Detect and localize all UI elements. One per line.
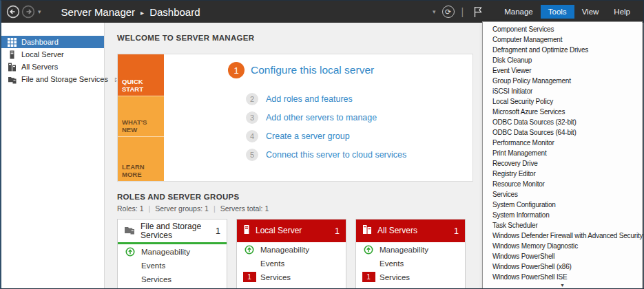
tile-count: 1 (454, 226, 459, 236)
alert-count-badge: 1 (243, 272, 256, 282)
tools-menu-item[interactable]: Services (483, 189, 642, 200)
tile-row-services[interactable]: 1 Services (237, 270, 346, 283)
tile-row-services[interactable]: Services (118, 272, 227, 286)
step-number-badge: 5 (246, 149, 258, 161)
tools-menu-item[interactable]: iSCSI Initiator (483, 86, 642, 96)
alert-count-badge: 1 (362, 272, 375, 282)
sidebar-item-all-servers[interactable]: All Servers (1, 61, 104, 73)
refresh-button[interactable]: ⟳ (442, 6, 455, 18)
tile-row-events[interactable]: Events (237, 257, 346, 270)
tile-header[interactable]: Local Server 1 (237, 220, 346, 242)
tools-menu-item[interactable]: Recovery Drive (483, 158, 642, 169)
tools-menu-item[interactable]: Task Scheduler (483, 220, 642, 231)
tile-row-events[interactable]: Events (356, 257, 465, 270)
step-configure-local-server[interactable]: 1 Configure this local server (228, 62, 374, 78)
rail-tab-learn-more[interactable]: LEARN MORE (118, 136, 164, 181)
step-link[interactable]: Create a server group (266, 131, 350, 141)
step-link[interactable]: Configure this local server (251, 64, 374, 76)
tools-menu-item[interactable]: System Configuration (483, 200, 642, 210)
server-manager-window: ▾ Server Manager ▸ Dashboard ▾ ⟳ | Manag… (0, 0, 644, 289)
servers-icon (8, 63, 17, 72)
tools-menu-item[interactable]: ODBC Data Sources (64-bit) (483, 127, 642, 138)
tile-row-manageability[interactable]: Manageability (118, 245, 227, 258)
summary-separator: | (214, 204, 216, 213)
tools-menu-item[interactable]: Windows PowerShell (483, 251, 642, 261)
tile-row-manageability[interactable]: Manageability (237, 243, 346, 256)
step-number-badge: 4 (246, 130, 258, 142)
title-bar: ▾ Server Manager ▸ Dashboard ▾ ⟳ | Manag… (1, 1, 643, 23)
tools-menu-item[interactable]: Performance Monitor (483, 138, 642, 148)
tools-menu-item[interactable]: Print Management (483, 148, 642, 158)
app-title: Server Manager (61, 6, 136, 18)
server-icon (8, 50, 17, 59)
manageability-up-icon (361, 245, 376, 255)
tile-count: 1 (335, 226, 340, 236)
nav-history-caret-icon[interactable]: ▾ (38, 8, 41, 15)
tile-row-label: Services (141, 275, 172, 283)
sidebar-item-local-server[interactable]: Local Server (1, 48, 104, 61)
quick-start-steps: 1 Configure this local server 2 Add role… (164, 54, 472, 181)
sidebar-item-label: Local Server (21, 50, 64, 58)
sidebar-item-dashboard[interactable]: Dashboard (1, 36, 104, 48)
menu-tools[interactable]: Tools (541, 5, 574, 19)
tools-menu-item[interactable]: ODBC Data Sources (32-bit) (483, 117, 642, 127)
tools-menu-item[interactable]: Resource Monitor (483, 179, 642, 189)
step-link[interactable]: Add roles and features (266, 94, 353, 104)
tools-menu-item[interactable]: Event Viewer (483, 65, 642, 76)
menu-view[interactable]: View (574, 5, 607, 19)
step-add-roles-features[interactable]: 2 Add roles and features (246, 93, 353, 105)
tools-menu-item[interactable]: Computer Management (483, 34, 642, 45)
tools-menu-item[interactable]: Windows PowerShell (x86) (483, 261, 642, 272)
breadcrumb-arrow-icon: ▸ (141, 9, 144, 17)
server-icon (243, 224, 250, 237)
tile-title: File and Storage Services (141, 222, 213, 240)
tools-menu-item[interactable]: Windows PowerShell ISE (483, 272, 642, 282)
tile-row-label: Events (260, 259, 284, 268)
welcome-rail: QUICK START WHAT'S NEW LEARN MORE (118, 54, 164, 181)
tile-row-events[interactable]: Events (118, 259, 227, 272)
tools-menu-item[interactable]: Registry Editor (483, 169, 642, 179)
tools-menu-item[interactable]: Group Policy Management (483, 76, 642, 86)
tools-menu-item[interactable]: Disk Cleanup (483, 55, 642, 65)
tools-menu-item[interactable]: Defragment and Optimize Drives (483, 45, 642, 55)
tile-row-label: Services (380, 273, 410, 281)
sidebar-item-label: File and Storage Services (21, 75, 108, 83)
forward-button[interactable] (21, 4, 36, 19)
notifications-caret-icon[interactable]: ▾ (433, 8, 436, 15)
step-number-badge: 2 (246, 93, 258, 105)
notifications-flag-button[interactable] (470, 4, 486, 19)
manageability-up-icon (242, 245, 257, 255)
tile-row-manageability[interactable]: Manageability (356, 243, 465, 256)
manageability-up-icon (123, 247, 138, 257)
tools-menu-item[interactable]: Windows Memory Diagnostic (483, 241, 642, 251)
back-arrow-icon (6, 5, 20, 19)
dashboard-grid-icon (8, 38, 17, 47)
tile-all-servers: All Servers 1 Manageability (355, 219, 466, 289)
flag-icon (473, 6, 483, 18)
scroll-down-icon[interactable]: ▼ (483, 282, 642, 289)
menu-help[interactable]: Help (606, 5, 638, 19)
sidebar-item-file-storage-services[interactable]: File and Storage Services ▷ (1, 73, 104, 85)
tile-row-label: Manageability (260, 246, 309, 254)
rail-tab-quick-start[interactable]: QUICK START (118, 54, 164, 96)
tools-menu-item[interactable]: Microsoft Azure Services (483, 107, 642, 117)
tools-menu-item[interactable]: System Information (483, 210, 642, 220)
rail-tab-whats-new[interactable]: WHAT'S NEW (118, 96, 164, 136)
back-button[interactable] (6, 4, 21, 19)
step-number-badge: 1 (228, 62, 245, 78)
step-create-server-group[interactable]: 4 Create a server group (246, 130, 350, 142)
step-add-other-servers[interactable]: 3 Add other servers to manage (246, 111, 377, 124)
topbar-menu: Manage Tools View Help (497, 5, 638, 19)
tile-row-services[interactable]: 1 Services (356, 270, 465, 283)
tile-header[interactable]: All Servers 1 (356, 220, 465, 242)
tools-menu-item[interactable]: Local Security Policy (483, 96, 642, 107)
tile-header[interactable]: File and Storage Services 1 (118, 220, 227, 244)
step-connect-cloud-services[interactable]: 5 Connect this server to cloud services (246, 149, 406, 161)
step-link[interactable]: Connect this server to cloud services (266, 150, 406, 160)
breadcrumb: Server Manager ▸ Dashboard (61, 6, 200, 18)
tools-menu-item[interactable]: Windows Defender Firewall with Advanced … (483, 231, 642, 241)
menu-manage[interactable]: Manage (497, 5, 541, 19)
step-link[interactable]: Add other servers to manage (266, 113, 377, 122)
servers-total-count: Servers total: 1 (220, 204, 269, 213)
tools-menu-item[interactable]: Component Services (483, 24, 642, 34)
